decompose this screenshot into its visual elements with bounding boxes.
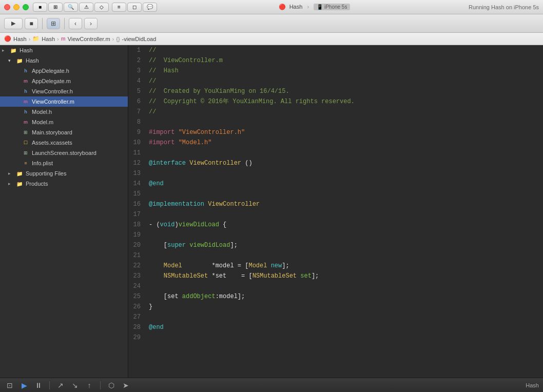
- sidebar-item-label: Main.storyboard: [32, 129, 72, 135]
- h-file-icon: h: [22, 87, 30, 95]
- view-mode-button[interactable]: ⊞: [47, 18, 60, 29]
- step-out-button[interactable]: ↑: [84, 380, 95, 391]
- location-button[interactable]: ➤: [120, 380, 131, 391]
- toggle-icon: ▸: [2, 48, 8, 53]
- line-number: 14: [128, 179, 147, 189]
- sidebar-item-products[interactable]: ▸ 📁 Products: [0, 179, 128, 189]
- line-number: 25: [128, 291, 147, 302]
- sidebar-item-info-plist[interactable]: ≡ Info.plist: [0, 158, 128, 168]
- m-file-icon: m: [22, 77, 30, 85]
- table-row: 14 @end: [128, 179, 543, 189]
- bottombar-divider-2: [100, 381, 101, 389]
- toolbar-grid-btn[interactable]: ⊞: [48, 3, 63, 12]
- bc-m-icon: m: [61, 36, 66, 42]
- table-row: 12 @interface ViewController (): [128, 158, 543, 168]
- table-row: 6 // Copyright © 2016年 YouXianMing. All …: [128, 96, 543, 107]
- toolbar-list-btn[interactable]: ≡: [112, 3, 126, 12]
- toolbar-search-btn[interactable]: 🔍: [64, 3, 78, 12]
- step-into-button[interactable]: ↘: [69, 380, 81, 391]
- toolbar-speech-btn[interactable]: 💬: [143, 3, 157, 12]
- nav-back-button[interactable]: ‹: [69, 18, 82, 29]
- titlebar: ■ ⊞ 🔍 ⚠ ◇ ≡ ◻ 💬 🔴 Hash › 📱 iPhone 5s Run…: [0, 0, 543, 14]
- line-number: 13: [128, 168, 147, 179]
- sidebar-item-assets[interactable]: ☐ Assets.xcassets: [0, 138, 128, 148]
- table-row: 5 // Created by YouXianMing on 16/4/15.: [128, 86, 543, 96]
- nav-forward-button[interactable]: ›: [84, 18, 98, 29]
- bottombar: ⊡ ▶ ⏸ ↗ ↘ ↑ ⬡ ➤ Hash: [0, 378, 543, 392]
- line-code: //: [147, 76, 543, 86]
- step-over-button[interactable]: ↗: [55, 380, 66, 391]
- table-row: 1 //: [128, 45, 543, 55]
- toggle-icon: ▾: [8, 58, 14, 63]
- line-code: [147, 281, 543, 291]
- sidebar: ▸ 📁 Hash ▾ 📁 Hash h AppDelegate.h m AppD…: [0, 45, 128, 378]
- bc-item-hash-folder[interactable]: 📁 Hash: [32, 35, 55, 42]
- console-toggle-button[interactable]: ⊡: [4, 380, 15, 391]
- line-number: 27: [128, 312, 147, 322]
- m-file-icon: m: [22, 118, 30, 126]
- line-number: 11: [128, 148, 147, 158]
- line-code: @implementation ViewController: [147, 199, 543, 209]
- toolbar-lib-btn[interactable]: ◇: [94, 3, 109, 12]
- sidebar-item-launchscreen[interactable]: ⊞ LaunchScreen.storyboard: [0, 148, 128, 158]
- sidebar-item-root-hash[interactable]: ▸ 📁 Hash: [0, 45, 128, 55]
- code-table: 1 // 2 // ViewController.m 3 // Hash 4 /…: [128, 45, 543, 343]
- table-row: 28 @end: [128, 322, 543, 332]
- bc-project-icon: 🔴: [4, 35, 11, 42]
- bc-method-icon: {}: [116, 36, 120, 42]
- table-row: 7 //: [128, 107, 543, 117]
- line-code: @interface ViewController (): [147, 158, 543, 168]
- h-file-icon: h: [22, 67, 30, 75]
- table-row: 4 //: [128, 76, 543, 86]
- minimize-button[interactable]: [13, 4, 20, 10]
- app-icon: 🔴: [279, 4, 286, 10]
- line-code: [147, 168, 543, 179]
- toolbar-left-btn[interactable]: ■: [33, 3, 47, 12]
- sidebar-item-label: Hash: [26, 57, 39, 64]
- sidebar-item-appdelegate-h[interactable]: h AppDelegate.h: [0, 66, 128, 76]
- code-editor[interactable]: 1 // 2 // ViewController.m 3 // Hash 4 /…: [128, 45, 543, 378]
- table-row: 23 NSMutableSet *set = [NSMutableSet set…: [128, 271, 543, 281]
- line-number: 7: [128, 107, 147, 117]
- sidebar-item-supporting-files[interactable]: ▸ 📁 Supporting Files: [0, 168, 128, 179]
- sidebar-item-hash-group[interactable]: ▾ 📁 Hash: [0, 55, 128, 66]
- debug-button[interactable]: ▶: [18, 380, 30, 391]
- sidebar-item-label: Supporting Files: [26, 170, 67, 177]
- h-file-icon: h: [22, 108, 30, 116]
- sidebar-item-appdelegate-m[interactable]: m AppDelegate.m: [0, 76, 128, 86]
- toolbar-warn-btn[interactable]: ⚠: [79, 3, 93, 12]
- line-number: 8: [128, 117, 147, 127]
- line-code: //: [147, 45, 543, 55]
- maximize-button[interactable]: [23, 4, 29, 10]
- sidebar-item-label: AppDelegate.h: [32, 68, 69, 74]
- line-code: #import "ViewController.h": [147, 127, 543, 138]
- run-button[interactable]: ▶: [4, 18, 23, 29]
- close-button[interactable]: [4, 4, 10, 10]
- table-row: 8: [128, 117, 543, 127]
- line-code: [147, 209, 543, 220]
- line-number: 2: [128, 55, 147, 66]
- bc-item-viewcontroller-m[interactable]: m ViewController.m: [61, 36, 110, 42]
- table-row: 22 Model *model = [Model new];: [128, 261, 543, 271]
- line-number: 17: [128, 209, 147, 220]
- sidebar-item-label: Assets.xcassets: [32, 140, 72, 146]
- toolbar-note-btn[interactable]: ◻: [127, 3, 142, 12]
- line-number: 18: [128, 220, 147, 230]
- sidebar-item-label: ViewController.m: [32, 99, 74, 105]
- sidebar-item-viewcontroller-m[interactable]: m ViewController.m: [0, 96, 128, 107]
- breakpoints-button[interactable]: ⬡: [106, 380, 117, 391]
- bc-item-viewdidload[interactable]: {} -viewDidLoad: [116, 36, 156, 42]
- running-status: Running Hash on iPhone 5s: [469, 4, 539, 10]
- sidebar-item-viewcontroller-h[interactable]: h ViewController.h: [0, 86, 128, 96]
- pause-button[interactable]: ⏸: [33, 380, 44, 391]
- line-code: Model *model = [Model new];: [147, 261, 543, 271]
- sidebar-item-model-h[interactable]: h Model.h: [0, 107, 128, 117]
- bc-item-hash-project[interactable]: 🔴 Hash: [4, 35, 27, 42]
- line-code: // Copyright © 2016年 YouXianMing. All ri…: [147, 96, 543, 107]
- table-row: 26 }: [128, 302, 543, 312]
- stop-button[interactable]: ■: [25, 18, 38, 29]
- line-code: //: [147, 107, 543, 117]
- sidebar-item-main-storyboard[interactable]: ⊞ Main.storyboard: [0, 127, 128, 138]
- line-code: #import "Model.h": [147, 138, 543, 148]
- sidebar-item-model-m[interactable]: m Model.m: [0, 117, 128, 127]
